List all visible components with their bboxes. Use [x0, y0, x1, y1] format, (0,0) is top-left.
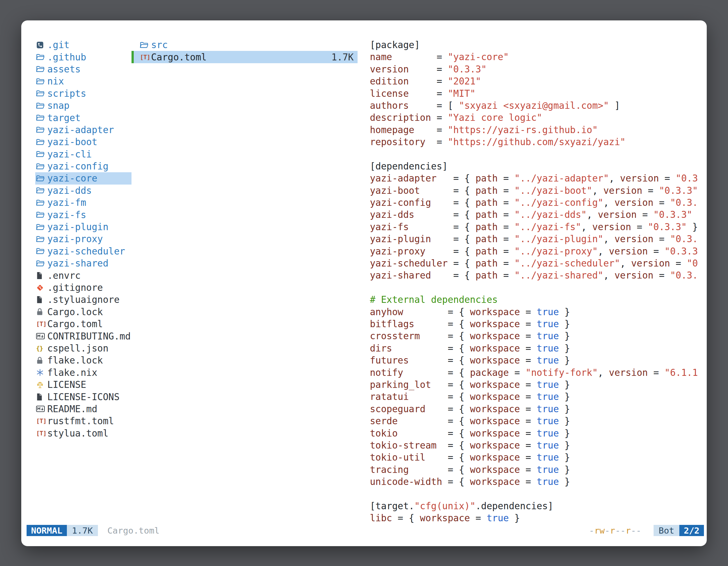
- folder-row[interactable]: yazi-shared: [35, 257, 131, 269]
- folder-icon: [36, 124, 47, 136]
- folder-row[interactable]: .github: [35, 51, 131, 63]
- file-row[interactable]: Cargo.lock: [35, 306, 131, 318]
- folder-row[interactable]: yazi-plugin: [35, 221, 131, 233]
- code-line: ratatui = { workspace = true }: [370, 391, 707, 403]
- scroll-position-badge: Bot: [654, 525, 679, 536]
- folder-icon: [36, 245, 47, 257]
- file-row[interactable]: [T]rustfmt.toml: [35, 415, 131, 427]
- file-icon: [36, 270, 47, 282]
- folder-icon: [140, 39, 151, 51]
- file-row[interactable]: CONTRIBUTING.md: [35, 330, 131, 342]
- code-line: [370, 282, 707, 293]
- code-line: tokio-stream = { workspace = true }: [370, 439, 707, 451]
- folder-row[interactable]: yazi-proxy: [35, 233, 131, 245]
- folder-row[interactable]: .git: [35, 39, 131, 51]
- item-name: .github: [47, 52, 86, 63]
- code-line: parking_lot = { workspace = true }: [370, 379, 707, 391]
- code-line: homepage = "https://yazi-rs.github.io": [370, 124, 707, 136]
- license-icon: [36, 379, 47, 391]
- code-line: scopeguard = { workspace = true }: [370, 403, 707, 415]
- item-name: rustfmt.toml: [47, 415, 114, 426]
- item-name: nix: [47, 76, 64, 87]
- folder-row[interactable]: target: [35, 112, 131, 124]
- item-name: yazi-dds: [47, 185, 92, 196]
- nix-icon: [36, 366, 47, 379]
- file-row[interactable]: flake.lock: [35, 354, 131, 366]
- item-name: assets: [47, 64, 81, 75]
- folder-row[interactable]: assets: [35, 63, 131, 75]
- item-name: yazi-boot: [47, 137, 97, 147]
- folder-icon: [36, 63, 47, 75]
- yazi-window: .git.githubassetsnixscriptssnaptargetyaz…: [21, 20, 707, 546]
- folder-icon: [36, 197, 47, 209]
- folder-icon: [36, 148, 47, 160]
- folder-row[interactable]: scripts: [35, 88, 131, 100]
- json-icon: {}: [36, 342, 47, 354]
- item-name: CONTRIBUTING.md: [47, 331, 131, 342]
- code-line: yazi-dds = { path = "../yazi-dds", versi…: [370, 209, 707, 221]
- code-line: license = "MIT": [370, 88, 707, 100]
- folder-icon: [36, 75, 47, 87]
- file-row[interactable]: LICENSE: [35, 379, 131, 391]
- file-row[interactable]: README.md: [35, 403, 131, 415]
- folder-row[interactable]: yazi-fm: [35, 197, 131, 209]
- folder-row[interactable]: yazi-adapter: [35, 124, 131, 136]
- item-name: yazi-proxy: [47, 234, 103, 245]
- code-line: yazi-plugin = { path = "../yazi-plugin",…: [370, 233, 707, 245]
- item-name: yazi-shared: [47, 258, 109, 269]
- folder-icon: [36, 221, 47, 233]
- folder-icon: [36, 233, 47, 245]
- file-row[interactable]: .envrc: [35, 269, 131, 281]
- file-row[interactable]: [T]stylua.toml: [35, 427, 131, 439]
- folder-icon: [36, 172, 47, 184]
- git-icon: [36, 282, 47, 293]
- code-line: libc = { workspace = true }: [370, 512, 707, 524]
- toml-icon: [T]: [36, 318, 47, 330]
- item-name: yazi-fs: [47, 210, 86, 220]
- toml-icon: [T]: [36, 427, 47, 439]
- file-row[interactable]: [T]Cargo.toml: [35, 318, 131, 330]
- toml-icon: [T]: [140, 51, 151, 63]
- current-directory-pane: src[T]Cargo.toml1.7K: [131, 39, 358, 63]
- item-name: scripts: [47, 88, 86, 99]
- file-icon: [36, 391, 47, 403]
- file-row[interactable]: LICENSE-ICONS: [35, 391, 131, 403]
- folder-row[interactable]: yazi-dds: [35, 185, 131, 197]
- folder-icon: [36, 100, 47, 112]
- folder-row[interactable]: yazi-cli: [35, 148, 131, 160]
- folder-row[interactable]: src: [131, 39, 358, 51]
- item-name: LICENSE: [47, 379, 86, 390]
- folder-row[interactable]: yazi-config: [35, 160, 131, 172]
- folder-icon: [36, 88, 47, 100]
- code-line: [target."cfg(unix)".dependencies]: [370, 500, 707, 512]
- folder-row[interactable]: yazi-core: [35, 172, 131, 184]
- lock-icon: [36, 306, 47, 318]
- file-icon: [36, 293, 47, 305]
- code-line: tracing = { workspace = true }: [370, 464, 707, 476]
- item-name: .styluaignore: [47, 294, 119, 305]
- file-row[interactable]: flake.nix: [35, 366, 131, 379]
- folder-row[interactable]: yazi-boot: [35, 136, 131, 148]
- folder-icon: [36, 185, 47, 197]
- item-name: src: [151, 39, 168, 50]
- file-row[interactable]: .styluaignore: [35, 293, 131, 305]
- code-line: repository = "https://github.com/sxyazi/…: [370, 136, 707, 148]
- file-row[interactable]: .gitignore: [35, 282, 131, 293]
- code-line: crossterm = { workspace = true }: [370, 330, 707, 342]
- parent-directory-pane: .git.githubassetsnixscriptssnaptargetyaz…: [35, 39, 131, 439]
- folder-icon: [36, 257, 47, 269]
- folder-row[interactable]: yazi-scheduler: [35, 245, 131, 257]
- git-repo-icon: [36, 39, 47, 51]
- file-row[interactable]: {}cspell.json: [35, 342, 131, 354]
- item-name: yazi-cli: [47, 149, 92, 160]
- code-line: yazi-proxy = { path = "../yazi-proxy", v…: [370, 245, 707, 257]
- folder-row[interactable]: nix: [35, 75, 131, 87]
- item-name: yazi-scheduler: [47, 246, 125, 257]
- folder-row[interactable]: snap: [35, 100, 131, 112]
- folder-row[interactable]: yazi-fs: [35, 209, 131, 221]
- folder-icon: [36, 160, 47, 172]
- item-name: yazi-fm: [47, 197, 86, 208]
- file-row[interactable]: [T]Cargo.toml1.7K: [131, 51, 358, 63]
- item-name: target: [47, 112, 81, 123]
- lock-icon: [36, 354, 47, 366]
